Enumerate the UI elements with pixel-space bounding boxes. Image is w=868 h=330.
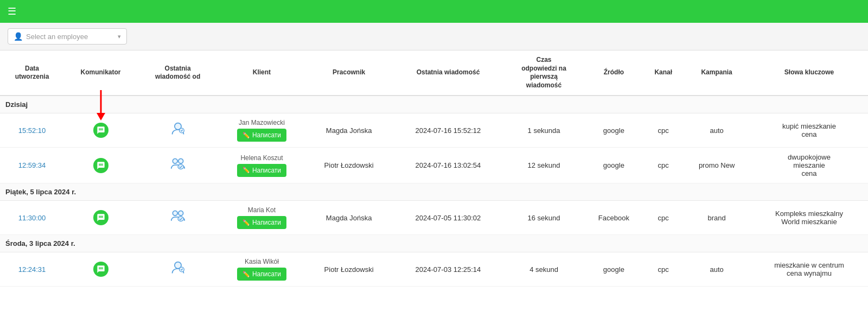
cell-komunikator [64, 148, 137, 183]
col-czas: Czasodpowiedzi napierwsząwiadomość [504, 50, 584, 96]
cell-zrodlo: google [584, 252, 644, 287]
table-body: Dzisiaj15:52:10Jan Mazowiecki✏️НаписатиM… [0, 96, 868, 287]
napisati-label: Написати [252, 167, 281, 174]
chat-icon [93, 123, 108, 138]
pencil-icon: ✏️ [242, 271, 250, 278]
cell-slowa-kluczowe: mieszkanie w centrum cena wynajmu [750, 252, 868, 287]
cell-pracownik: Piotr Łozdowski [305, 252, 393, 287]
cell-kampania: auto [683, 113, 750, 148]
cell-kanal: cpc [643, 148, 683, 183]
client-name: Kasia Wikół [222, 258, 301, 265]
table-container: Datautworzenia Komunikator Ostatniawiado… [0, 50, 868, 287]
cell-data-utworzenia: 12:24:31 [0, 252, 64, 287]
client-name: Maria Kot [222, 206, 301, 214]
cell-ostatnia-od [137, 201, 218, 235]
svg-point-8 [178, 211, 183, 216]
cell-czas: 1 sekunda [504, 113, 584, 148]
cell-ostatnia-wiadomosc: 2024-07-05 11:30:02 [392, 201, 503, 235]
cell-pracownik: Piotr Łozdowski [305, 148, 393, 183]
svg-point-4 [173, 158, 177, 163]
napisati-button[interactable]: ✏️Написати [237, 268, 286, 281]
pencil-icon: ✏️ [242, 167, 250, 174]
col-zrodlo: Źródło [584, 50, 644, 96]
pencil-icon: ✏️ [242, 132, 250, 139]
napisati-button[interactable]: ✏️Написати [237, 164, 286, 177]
cell-ostatnia-od [137, 252, 218, 287]
cell-slowa-kluczowe: kupić mieszkanie cena [750, 113, 868, 148]
cell-czas: 4 sekund [504, 252, 584, 287]
cell-kampania: promo New [683, 148, 750, 183]
person-chat-icon [170, 260, 186, 278]
client-name: Jan Mazowiecki [222, 119, 301, 126]
cell-pracownik: Magda Jońska [305, 201, 393, 235]
col-komunikator: Komunikator [64, 50, 137, 96]
col-slowa: Słowa kluczowe [750, 50, 868, 96]
cell-zrodlo: google [584, 113, 644, 148]
person-chat-icon [170, 121, 186, 139]
employee-select[interactable]: 👤 Select an employee ▾ [8, 28, 127, 45]
col-klient: Klient [218, 50, 305, 96]
cell-pracownik: Magda Jońska [305, 113, 393, 148]
person-chat-icon [170, 156, 186, 175]
group-header-row: Piątek, 5 lipca 2024 r. [0, 183, 868, 201]
napisati-button[interactable]: ✏️Написати [237, 216, 286, 229]
table-row: 12:24:31Kasia Wikół✏️НаписатиPiotr Łozdo… [0, 252, 868, 287]
cell-komunikator [64, 113, 137, 148]
cell-czas: 16 sekund [504, 201, 584, 235]
filter-bar: 👤 Select an employee ▾ [0, 23, 868, 50]
chat-icon [93, 262, 108, 277]
cell-klient: Maria Kot✏️Написати [218, 201, 305, 235]
cell-kanal: cpc [643, 113, 683, 148]
group-header-row: Środa, 3 lipca 2024 r. [0, 235, 868, 252]
cell-zrodlo: google [584, 148, 644, 183]
col-kampania: Kampania [683, 50, 750, 96]
cell-ostatnia-od [137, 148, 218, 183]
hamburger-icon[interactable]: ☰ [8, 5, 16, 17]
col-pracownik: Pracownik [305, 50, 393, 96]
cell-kanal: cpc [643, 252, 683, 287]
table-row: 11:30:00Maria Kot✏️НаписатиMagda Jońska2… [0, 201, 868, 235]
cell-zrodlo: Facebook [584, 201, 644, 235]
cell-data-utworzenia: 15:52:10 [0, 113, 64, 148]
chevron-down-icon: ▾ [118, 33, 121, 40]
chat-icon [93, 158, 108, 173]
cell-ostatnia-wiadomosc: 2024-07-16 13:02:54 [392, 148, 503, 183]
chat-icon [93, 210, 108, 225]
table-header: Datautworzenia Komunikator Ostatniawiado… [0, 50, 868, 96]
napisati-label: Написати [252, 219, 281, 226]
cell-ostatnia-od [137, 113, 218, 148]
cell-klient: Helena Koszut✏️Написати [218, 148, 305, 183]
cell-kanal: cpc [643, 201, 683, 235]
cell-slowa-kluczowe: Kompleks mieszkalny World mieszkanie [750, 201, 868, 235]
cell-ostatnia-wiadomosc: 2024-07-03 12:25:14 [392, 252, 503, 287]
napisati-label: Написати [252, 270, 281, 278]
person-icon: 👤 [14, 32, 23, 41]
col-ostatnia-od: Ostatniawiadomość od [137, 50, 218, 96]
cell-klient: Jan Mazowiecki✏️Написати [218, 113, 305, 148]
cell-klient: Kasia Wikół✏️Написати [218, 252, 305, 287]
cell-kampania: brand [683, 201, 750, 235]
cell-slowa-kluczowe: dwupokojowe mieszanie cena [750, 148, 868, 183]
cell-czas: 12 sekund [504, 148, 584, 183]
cell-komunikator [64, 201, 137, 235]
cell-data-utworzenia: 12:59:34 [0, 148, 64, 183]
col-kanal: Kanał [643, 50, 683, 96]
table-row: 15:52:10Jan Mazowiecki✏️НаписатиMagda Jo… [0, 113, 868, 148]
napisati-label: Написати [252, 131, 281, 139]
svg-point-5 [178, 158, 183, 163]
cell-kampania: auto [683, 252, 750, 287]
svg-marker-1 [97, 113, 105, 120]
napisati-button[interactable]: ✏️Написати [237, 129, 286, 142]
employee-placeholder: Select an employee [26, 33, 114, 41]
col-ostatnia-wiadomosc: Ostatnia wiadomość [392, 50, 503, 96]
conversations-table: Datautworzenia Komunikator Ostatniawiado… [0, 50, 868, 287]
top-bar: ☰ [0, 0, 868, 23]
cell-data-utworzenia: 11:30:00 [0, 201, 64, 235]
client-name: Helena Koszut [222, 154, 301, 162]
table-row: 12:59:34Helena Koszut✏️НаписатиPiotr Łoz… [0, 148, 868, 183]
cell-komunikator [64, 252, 137, 287]
group-header-row: Dzisiaj [0, 96, 868, 113]
pencil-icon: ✏️ [242, 219, 250, 226]
col-data-utworzenia: Datautworzenia [0, 50, 64, 96]
cell-ostatnia-wiadomosc: 2024-07-16 15:52:12 [392, 113, 503, 148]
